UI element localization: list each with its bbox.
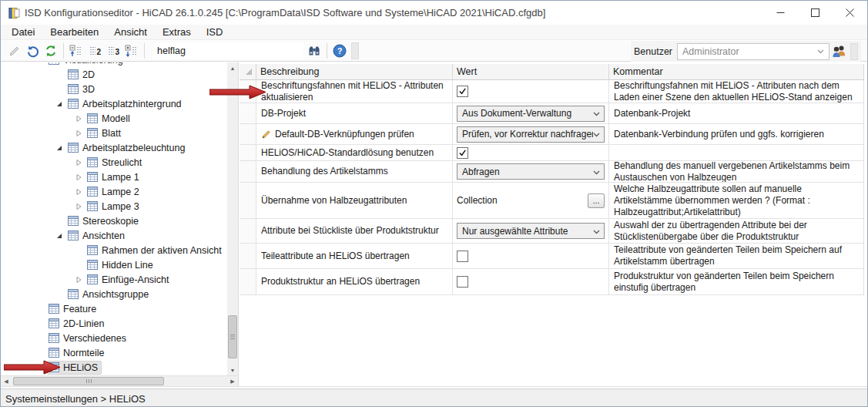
- row-indicator[interactable]: [240, 183, 256, 218]
- menu-bearbeiten[interactable]: Bearbeiten: [42, 25, 106, 39]
- tree-item-lampe-3[interactable]: Lampe 3: [1, 199, 227, 214]
- toolbar-overflow[interactable]: [850, 43, 858, 60]
- tree-expander[interactable]: [72, 159, 85, 166]
- tree-item-helios[interactable]: HELiOS: [1, 360, 227, 375]
- toolbar-overflow[interactable]: [351, 42, 359, 59]
- tree-horizontal-scrollbar[interactable]: ◀ ▶: [1, 375, 238, 386]
- row-description: Beschriftungsfahnen mit HELiOS - Attribu…: [256, 80, 453, 103]
- table-icon: [68, 69, 79, 79]
- setting-row-helios-hicad-standardl-sung-benutzen[interactable]: HELiOS/HiCAD-Standardlösung benutzen: [240, 145, 864, 161]
- tree-item-feature[interactable]: Feature: [1, 301, 227, 316]
- tree-item-arbeitsplatzbeleuchtung[interactable]: Arbeitsplatzbeleuchtung: [1, 140, 227, 155]
- tree-item-einf-ge-ansicht[interactable]: Einfüge-Ansicht: [1, 272, 227, 287]
- status-breadcrumb: Systemeinstellungen > HELiOS: [5, 393, 146, 405]
- value-dropdown[interactable]: Aus Dokument-Verwaltung: [457, 106, 605, 122]
- tree-expander[interactable]: [52, 144, 66, 152]
- minimize-button[interactable]: [763, 1, 798, 25]
- tree-expander[interactable]: [72, 276, 85, 284]
- row-description: Behandlung des Artikelstamms: [256, 161, 453, 182]
- scroll-down-icon[interactable]: ▼: [227, 365, 238, 375]
- ellipsis-button[interactable]: ...: [588, 193, 605, 208]
- tree-expander[interactable]: [33, 62, 47, 64]
- maximize-button[interactable]: [798, 1, 833, 25]
- scroll-right-icon[interactable]: ▶: [227, 376, 238, 387]
- value-dropdown[interactable]: Abfragen: [457, 163, 605, 180]
- help-icon[interactable]: ?: [330, 42, 349, 60]
- tree-item-verschiedenes[interactable]: Verschiedenes: [1, 331, 227, 345]
- tree-item-lampe-2[interactable]: Lampe 2: [1, 184, 227, 199]
- column-header-wert[interactable]: Wert: [453, 64, 609, 79]
- row-indicator[interactable]: [240, 161, 256, 182]
- setting-row-db-projekt[interactable]: DB-ProjektAus Dokument-VerwaltungDatenba…: [240, 103, 864, 124]
- svg-text:2: 2: [96, 48, 101, 56]
- tree-expander[interactable]: [72, 188, 85, 196]
- row-indicator[interactable]: [240, 80, 256, 103]
- tree-item-2d-linien[interactable]: 2D-Linien: [1, 316, 227, 331]
- tree-item-2d[interactable]: 2D: [1, 67, 227, 82]
- edit-pencil-icon[interactable]: [5, 42, 23, 60]
- checkbox-unchecked[interactable]: [457, 251, 468, 262]
- expand-level-3-icon[interactable]: 3: [104, 42, 122, 60]
- tree-item-streulicht[interactable]: Streulicht: [1, 155, 227, 170]
- tree-expander[interactable]: [72, 115, 85, 123]
- tree-item-rahmen-der-aktiven-ansicht[interactable]: Rahmen der aktiven Ansicht: [1, 243, 227, 257]
- expand-level-2-icon[interactable]: 2: [85, 42, 104, 60]
- tree-item-modell[interactable]: Modell: [1, 111, 227, 126]
- value-dropdown[interactable]: Prüfen, vor Korrektur nachfragen,: [457, 126, 605, 143]
- close-button[interactable]: [833, 1, 867, 25]
- checkbox-checked[interactable]: [457, 86, 468, 97]
- tree-item-normteile[interactable]: Normteile: [1, 345, 227, 360]
- tree-item-3d[interactable]: 3D: [1, 82, 227, 96]
- setting-row-beschriftungsfahnen-mit-helios-attributen-aktualisieren[interactable]: Beschriftungsfahnen mit HELiOS - Attribu…: [240, 80, 864, 103]
- checkbox-unchecked[interactable]: [457, 276, 468, 288]
- menu-isd[interactable]: ISD: [199, 25, 231, 39]
- tree-vertical-scrollbar[interactable]: ▲ ▼: [227, 62, 238, 375]
- tree-item-ansichten[interactable]: Ansichten: [1, 228, 227, 243]
- setting-row-teileattribute-an-helios-bertragen[interactable]: Teileattribute an HELiOS übertragenTeile…: [240, 244, 864, 269]
- users-icon[interactable]: [829, 42, 848, 61]
- tree-expander[interactable]: [52, 232, 66, 240]
- row-indicator[interactable]: [240, 103, 256, 123]
- scroll-up-icon[interactable]: ▲: [227, 62, 238, 73]
- undo-icon[interactable]: [23, 42, 42, 60]
- row-comment: Datenbank-Projekt: [609, 103, 864, 123]
- tree-item-blatt[interactable]: Blatt: [1, 126, 227, 140]
- tree-expander[interactable]: [72, 173, 85, 181]
- menu-extras[interactable]: Extras: [155, 25, 199, 39]
- setting-row-produktstruktur-an-helios-bertragen[interactable]: Produktstruktur an HELiOS übertragenProd…: [240, 269, 864, 295]
- row-indicator[interactable]: [240, 219, 256, 243]
- expand-level-icon[interactable]: [122, 42, 141, 60]
- column-header-kommentar[interactable]: Kommentar: [609, 64, 864, 79]
- menu-datei[interactable]: Datei: [4, 25, 42, 39]
- row-indicator[interactable]: [240, 124, 256, 144]
- row-indicator[interactable]: [240, 269, 256, 294]
- menu-ansicht[interactable]: Ansicht: [106, 25, 155, 39]
- tree-item-lampe-1[interactable]: Lampe 1: [1, 170, 227, 184]
- search-input[interactable]: [152, 42, 303, 59]
- row-indicator-header: [240, 64, 256, 79]
- scrollbar-thumb[interactable]: [228, 315, 237, 358]
- column-header-beschreibung[interactable]: Beschreibung: [256, 64, 453, 79]
- value-dropdown[interactable]: Nur ausgewählte Attribute: [457, 223, 605, 239]
- setting-row-behandlung-des-artikelstamms[interactable]: Behandlung des ArtikelstammsAbfragenBeha…: [240, 161, 864, 183]
- scrollbar-thumb[interactable]: [13, 377, 164, 385]
- refresh-icon[interactable]: [42, 42, 60, 60]
- row-indicator[interactable]: [240, 145, 256, 160]
- checkbox-checked[interactable]: [457, 147, 468, 159]
- tree-item-stereoskopie[interactable]: Stereoskopie: [1, 214, 227, 228]
- tree-item-ansichtsgruppe[interactable]: Ansichtsgruppe: [1, 287, 227, 301]
- tree-expander[interactable]: [72, 130, 85, 137]
- setting-row-bernahme-von-halbzeugattributen[interactable]: Übernahme von HalbzeugattributenCollecti…: [240, 183, 864, 219]
- benutzer-select[interactable]: Administrator: [677, 43, 829, 60]
- row-description: DB-Projekt: [256, 103, 453, 123]
- setting-row-attribute-bei-st-ckliste-ber-produktstruktur[interactable]: Attribute bei Stückliste über Produktstr…: [240, 219, 864, 244]
- scroll-left-icon[interactable]: ◀: [1, 376, 12, 387]
- setting-row-default-db-verkn-pfungen-pr-fen[interactable]: Default-DB-Verknüpfungen prüfenPrüfen, v…: [240, 124, 864, 145]
- tree-item-hidden-line[interactable]: Hidden Line: [1, 257, 227, 272]
- tree-expander[interactable]: [72, 203, 85, 210]
- collapse-level-icon[interactable]: [67, 42, 85, 60]
- row-indicator[interactable]: [240, 244, 256, 268]
- find-binoculars-icon[interactable]: [305, 42, 323, 60]
- tree-item-arbeitsplatzhintergrund[interactable]: Arbeitsplatzhintergrund: [1, 96, 227, 111]
- tree-expander[interactable]: [52, 100, 66, 108]
